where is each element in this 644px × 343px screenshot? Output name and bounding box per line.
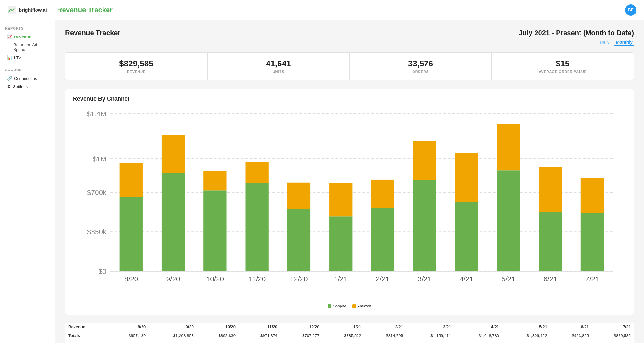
stat-aov-value: $15 [499, 59, 626, 69]
table-cell: $1,208,853 [149, 331, 197, 340]
table-col-1220: 12/20 [280, 323, 322, 331]
logo-area: brightflow.ai [8, 6, 47, 14]
svg-rect-42 [539, 167, 562, 212]
date-range-area: July 2021 - Present (Month to Date) Dail… [519, 29, 634, 46]
page-title: Revenue Tracker [65, 29, 120, 37]
svg-rect-21 [245, 162, 268, 183]
stat-revenue: $829,585 REVENUE [65, 53, 208, 80]
sidebar-ltv-label: LTV [14, 55, 21, 60]
logo-icon [8, 6, 16, 14]
table-col-revenue: Revenue [65, 323, 107, 331]
shopify-legend-dot [328, 304, 331, 308]
roas-arrow-icon: › [10, 45, 11, 50]
svg-rect-38 [497, 170, 520, 271]
table-cell: $657,771 [107, 340, 149, 343]
chart-legend: Shopify Amazon [73, 304, 626, 308]
sidebar-connections-label: Connections [14, 76, 37, 81]
svg-rect-14 [162, 173, 185, 271]
sidebar-item-roas[interactable]: › Return on Ad Spend [5, 41, 50, 53]
table-col-121: 1/21 [322, 323, 364, 331]
table-body: Totals$957,189$1,208,853$892,830$971,374… [65, 331, 634, 343]
svg-rect-39 [497, 124, 520, 170]
sidebar-revenue-label: Revenue [14, 35, 31, 39]
daily-toggle[interactable]: Daily [598, 39, 611, 46]
sidebar-item-ltv[interactable]: 📊 LTV [5, 53, 50, 62]
table-cell: $892,830 [197, 331, 239, 340]
stat-aov-label: AVERAGE ORDER VALUE [499, 70, 626, 74]
svg-text:6/21: 6/21 [543, 275, 557, 283]
svg-rect-44 [581, 213, 604, 271]
table-cell: $829,585 [592, 331, 634, 340]
main-content: Revenue Tracker July 2021 - Present (Mon… [55, 20, 644, 343]
svg-rect-32 [413, 180, 436, 271]
header-left: brightflow.ai Revenue Tracker [8, 5, 113, 15]
table-cell: $787,277 [280, 331, 322, 340]
svg-rect-18 [203, 171, 226, 190]
svg-rect-24 [287, 183, 310, 209]
amazon-legend-label: Amazon [358, 304, 371, 308]
stat-revenue-value: $829,585 [73, 59, 200, 69]
svg-text:5/21: 5/21 [502, 275, 515, 283]
avatar[interactable]: BF [625, 4, 636, 16]
chart-wrapper: $0$350k$700k$1M$1.4M8/209/2010/2011/2012… [73, 107, 626, 302]
svg-text:3/21: 3/21 [418, 275, 431, 283]
svg-text:9/20: 9/20 [166, 275, 180, 283]
table-col-421: 4/21 [454, 323, 502, 331]
table-col-820: 8/20 [107, 323, 149, 331]
app-header: brightflow.ai Revenue Tracker BF [0, 0, 644, 20]
sidebar-roas-label: Return on Ad Spend [13, 42, 48, 52]
svg-rect-35 [455, 202, 478, 271]
connections-icon: 🔗 [7, 76, 12, 81]
table-row-label: Shopify [65, 340, 107, 343]
shopify-legend-label: Shopify [333, 304, 346, 308]
header-app-title: Revenue Tracker [57, 6, 113, 14]
sidebar-item-connections[interactable]: 🔗 Connections [5, 74, 50, 82]
table-cell: $554,327 [280, 340, 322, 343]
reports-section-label: REPORTS [5, 26, 50, 30]
svg-text:$350k: $350k [87, 228, 107, 236]
table-cell: $894,952 [502, 340, 550, 343]
table-col-621: 6/21 [550, 323, 592, 331]
table-cell: $957,189 [107, 331, 149, 340]
sidebar-item-revenue[interactable]: 📈 Revenue [5, 33, 50, 41]
sidebar-settings-label: Settings [13, 84, 28, 89]
legend-shopify: Shopify [328, 304, 346, 308]
table-cell: $560,973 [364, 340, 406, 343]
table-cell: $518,775 [592, 340, 634, 343]
table-col-321: 3/21 [406, 323, 454, 331]
svg-rect-12 [120, 163, 143, 197]
stats-row: $829,585 REVENUE 41,641 UNITS 33,576 ORD… [65, 52, 634, 80]
sidebar-item-settings[interactable]: ⚙ Settings [5, 82, 50, 91]
svg-rect-30 [371, 180, 394, 208]
svg-text:2/21: 2/21 [376, 275, 390, 283]
svg-text:$1.4M: $1.4M [87, 110, 107, 118]
account-section-label: ACCOUNT [5, 68, 50, 72]
table-cell: $971,374 [239, 331, 280, 340]
stat-units-label: UNITS [215, 70, 342, 74]
svg-text:11/20: 11/20 [248, 275, 266, 283]
sidebar: REPORTS 📈 Revenue › Return on Ad Spend 📊… [0, 20, 55, 343]
svg-text:$1M: $1M [93, 155, 107, 163]
svg-rect-23 [287, 209, 310, 271]
table-header-row: Revenue 8/20 9/20 10/20 11/20 12/20 1/21… [65, 323, 634, 331]
table-cell: $618,548 [454, 340, 502, 343]
table-col-920: 9/20 [149, 323, 197, 331]
ltv-icon: 📊 [7, 55, 12, 60]
table-col-1120: 11/20 [239, 323, 280, 331]
revenue-table: Revenue 8/20 9/20 10/20 11/20 12/20 1/21… [65, 323, 634, 343]
table-col-721: 7/21 [592, 323, 634, 331]
stat-revenue-label: REVENUE [73, 70, 200, 74]
page-header: Revenue Tracker July 2021 - Present (Mon… [65, 29, 634, 46]
svg-rect-20 [245, 183, 268, 271]
stat-orders-value: 33,576 [357, 59, 484, 69]
table-col-221: 2/21 [364, 323, 406, 331]
table-cell: $529,339 [550, 340, 592, 343]
date-range: July 2021 - Present (Month to Date) [519, 29, 634, 37]
table-row: Shopify$657,771$873,200$718,701$782,890$… [65, 340, 634, 343]
table-cell: $814,795 [364, 331, 406, 340]
legend-amazon: Amazon [352, 304, 371, 308]
monthly-toggle[interactable]: Monthly [614, 39, 634, 46]
svg-rect-11 [120, 197, 143, 271]
svg-text:10/20: 10/20 [206, 275, 224, 283]
table-cell: $785,522 [322, 331, 364, 340]
